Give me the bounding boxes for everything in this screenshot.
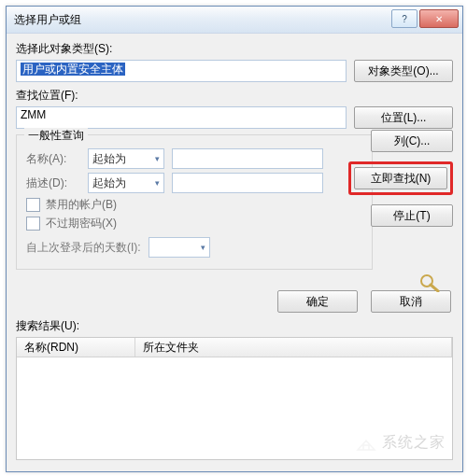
- stop-button[interactable]: 停止(T): [371, 204, 453, 227]
- chevron-down-icon: ▾: [155, 154, 160, 163]
- dialog-title: 选择用户或组: [14, 12, 81, 28]
- ok-button[interactable]: 确定: [277, 290, 358, 313]
- help-icon: ?: [402, 14, 407, 24]
- object-type-label: 选择此对象类型(S):: [16, 41, 453, 57]
- desc-input[interactable]: [172, 173, 323, 193]
- select-user-or-group-dialog: 选择用户或组 ? ✕ 选择此对象类型(S): 用户或内置安全主体 对象类型(O)…: [6, 6, 463, 472]
- days-since-logon-label: 自上次登录后的天数(I):: [26, 240, 141, 256]
- svg-line-1: [431, 285, 438, 291]
- cancel-button[interactable]: 取消: [371, 290, 451, 313]
- days-since-logon-combo[interactable]: ▾: [149, 237, 210, 258]
- desc-label: 描述(D):: [26, 175, 80, 191]
- help-button[interactable]: ?: [391, 9, 417, 28]
- location-value: ZMM: [21, 108, 46, 121]
- find-now-highlight: 立即查找(N): [348, 161, 453, 195]
- object-type-input[interactable]: 用户或内置安全主体: [16, 60, 347, 82]
- search-results-table[interactable]: 名称(RDN) 所在文件夹: [16, 337, 453, 460]
- titlebar: 选择用户或组 ? ✕: [7, 7, 462, 34]
- name-input[interactable]: [172, 148, 323, 169]
- common-queries-legend: 一般性查询: [24, 128, 88, 144]
- chevron-down-icon: ▾: [201, 243, 205, 252]
- disabled-accounts-checkbox[interactable]: [26, 198, 40, 212]
- search-results-label: 搜索结果(U):: [16, 318, 453, 334]
- close-icon: ✕: [435, 14, 443, 24]
- common-queries-group: 一般性查询 名称(A): 起始为▾ 描述(D): 起始为▾ 禁用的帐户(B) 不…: [16, 134, 373, 270]
- close-button[interactable]: ✕: [419, 9, 459, 28]
- locations-button[interactable]: 位置(L)...: [354, 106, 453, 129]
- search-icon: [417, 273, 444, 292]
- columns-button[interactable]: 列(C)...: [371, 130, 453, 152]
- results-header: 名称(RDN) 所在文件夹: [17, 338, 452, 357]
- chevron-down-icon: ▾: [155, 178, 160, 188]
- object-types-button[interactable]: 对象类型(O)...: [354, 60, 453, 82]
- desc-match-combo[interactable]: 起始为▾: [88, 173, 164, 193]
- nonexpiring-password-label: 不过期密码(X): [46, 216, 117, 231]
- location-label: 查找位置(F):: [16, 88, 453, 104]
- name-label: 名称(A):: [26, 151, 80, 167]
- nonexpiring-password-checkbox[interactable]: [26, 217, 40, 231]
- column-folder[interactable]: 所在文件夹: [135, 338, 452, 357]
- column-name[interactable]: 名称(RDN): [17, 338, 135, 357]
- find-now-button[interactable]: 立即查找(N): [354, 167, 447, 189]
- object-type-value: 用户或内置安全主体: [21, 63, 125, 76]
- name-match-combo[interactable]: 起始为▾: [88, 148, 164, 169]
- location-input[interactable]: ZMM: [16, 106, 347, 129]
- disabled-accounts-label: 禁用的帐户(B): [46, 197, 117, 213]
